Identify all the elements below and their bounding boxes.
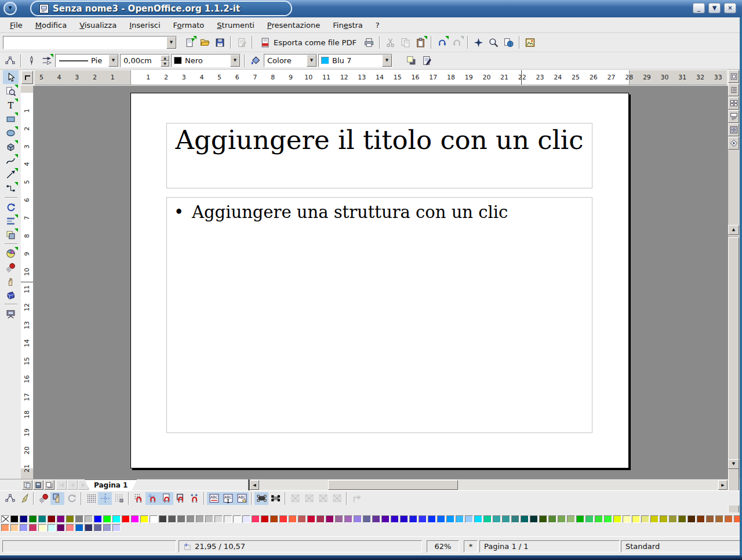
color-swatch[interactable] (20, 515, 28, 523)
allow-interaction[interactable] (50, 492, 64, 505)
color-swatch[interactable] (391, 515, 399, 523)
color-swatch[interactable] (456, 515, 464, 523)
color-swatch[interactable] (317, 515, 325, 523)
color-swatch[interactable] (177, 515, 186, 523)
rotate-tool[interactable] (3, 200, 19, 214)
effects-tool[interactable] (3, 260, 19, 274)
color-swatch[interactable] (112, 515, 121, 523)
line-style-dropdown-button[interactable]: ▼ (108, 54, 118, 67)
color-swatch[interactable] (595, 515, 603, 523)
color-swatch[interactable] (419, 515, 427, 523)
arrange-tool[interactable] (3, 228, 19, 242)
helplines-while-moving[interactable] (112, 492, 126, 505)
color-swatch[interactable] (641, 515, 649, 523)
select-tool[interactable] (3, 70, 19, 84)
close-button[interactable]: × (724, 3, 736, 13)
page-tab[interactable]: Pagina 1 (85, 479, 137, 490)
horizontal-scrollbar[interactable] (259, 480, 718, 490)
objects3d-tool[interactable] (3, 140, 19, 154)
url-combobox[interactable]: ▼ (3, 36, 177, 49)
zoom[interactable] (486, 35, 501, 50)
start-slide-show[interactable] (728, 137, 739, 150)
color-swatch[interactable] (307, 515, 315, 523)
color-swatch[interactable] (650, 515, 659, 523)
show-grid[interactable] (84, 492, 98, 505)
color-swatch[interactable] (29, 515, 37, 523)
menu-presentazione[interactable]: Presentazione (261, 19, 326, 32)
color-swatch[interactable] (66, 515, 74, 523)
menu-file[interactable]: File (3, 19, 29, 32)
menu-strumenti[interactable]: Strumenti (210, 19, 261, 32)
shadow[interactable] (404, 53, 419, 68)
layer-mode[interactable] (44, 480, 54, 490)
color-swatch[interactable] (168, 515, 176, 523)
color-swatch[interactable] (57, 524, 65, 532)
color-swatch[interactable] (103, 524, 111, 532)
vertical-ruler[interactable]: 123456789101112131415161718192021 (21, 86, 34, 479)
color-swatch[interactable] (279, 515, 288, 523)
color-swatch[interactable] (688, 515, 696, 523)
line-width-spinner[interactable]: 0,00cm ▲ ▼ (120, 54, 170, 67)
color-swatch[interactable] (613, 515, 621, 523)
area-dialog[interactable] (248, 53, 263, 68)
export-pdf-button[interactable]: Esporta come file PDF (256, 35, 361, 50)
curve-tool[interactable] (3, 154, 19, 168)
color-swatch[interactable] (75, 515, 83, 523)
line-color-combobox[interactable]: Nero ▼ (171, 54, 241, 67)
color-swatch[interactable] (706, 515, 714, 523)
presentation-button[interactable] (3, 307, 19, 321)
color-swatch[interactable] (372, 515, 380, 523)
line-width-up-button[interactable]: ▲ (161, 55, 169, 61)
edit-points-opt[interactable] (3, 492, 17, 505)
snap-to-grid[interactable] (132, 492, 146, 505)
status-style-panel[interactable]: Standard (621, 540, 740, 552)
color-swatch[interactable] (660, 515, 668, 523)
arrow-style[interactable] (39, 53, 54, 68)
drawing-view[interactable] (728, 70, 739, 83)
line-width-down-button[interactable]: ▼ (161, 61, 169, 67)
status-page-panel[interactable]: Pagina 1 / 1 (479, 540, 620, 552)
slides-view[interactable] (728, 97, 739, 110)
line-style-combobox[interactable]: Pie ▼ (55, 54, 119, 67)
print[interactable] (362, 35, 376, 50)
color-swatch[interactable] (400, 515, 408, 523)
color-swatch[interactable] (669, 515, 677, 523)
snap-to-snap-lines[interactable] (146, 492, 159, 505)
save-document[interactable] (213, 35, 227, 50)
color-swatch[interactable] (289, 515, 297, 523)
color-swatch[interactable] (474, 515, 482, 523)
color-swatch[interactable] (354, 515, 362, 523)
color-swatch[interactable] (697, 515, 705, 523)
vertical-scrollbar-thumb[interactable] (728, 237, 739, 521)
color-swatch[interactable] (530, 515, 538, 523)
master-mode[interactable] (33, 480, 43, 490)
lines-arrows-tool[interactable] (3, 168, 19, 181)
menu-finestra[interactable]: Finestra (326, 19, 369, 32)
color-swatch[interactable] (381, 515, 390, 523)
snap-to-object-points[interactable] (187, 492, 201, 505)
color-swatch[interactable] (242, 515, 250, 523)
color-swatch[interactable] (140, 515, 148, 523)
object-styles[interactable] (419, 53, 434, 68)
color-swatch[interactable] (428, 515, 436, 523)
align-tool[interactable] (3, 214, 19, 228)
color-swatch[interactable] (66, 524, 74, 532)
paste[interactable] (413, 35, 428, 50)
color-swatch[interactable] (196, 515, 204, 523)
controller3d-tool[interactable] (3, 288, 19, 302)
connector-tool[interactable] (3, 181, 19, 195)
open-document[interactable] (198, 35, 212, 50)
color-swatch[interactable] (48, 515, 56, 523)
large-handles[interactable] (268, 492, 282, 505)
url-input[interactable] (3, 37, 166, 48)
scroll-left-button[interactable]: ◀ (250, 480, 259, 490)
fill-color-combobox[interactable]: Blu 7 ▼ (318, 54, 392, 67)
double-click-edit-text[interactable]: ABC (235, 492, 249, 505)
fill-type-combobox[interactable]: Colore ▼ (264, 54, 317, 67)
color-swatch[interactable] (715, 515, 723, 523)
color-swatch[interactable] (437, 515, 445, 523)
color-swatch[interactable] (511, 515, 519, 523)
allow-effects[interactable] (37, 492, 50, 505)
color-swatch[interactable] (187, 515, 195, 523)
color-swatch[interactable] (94, 524, 102, 532)
